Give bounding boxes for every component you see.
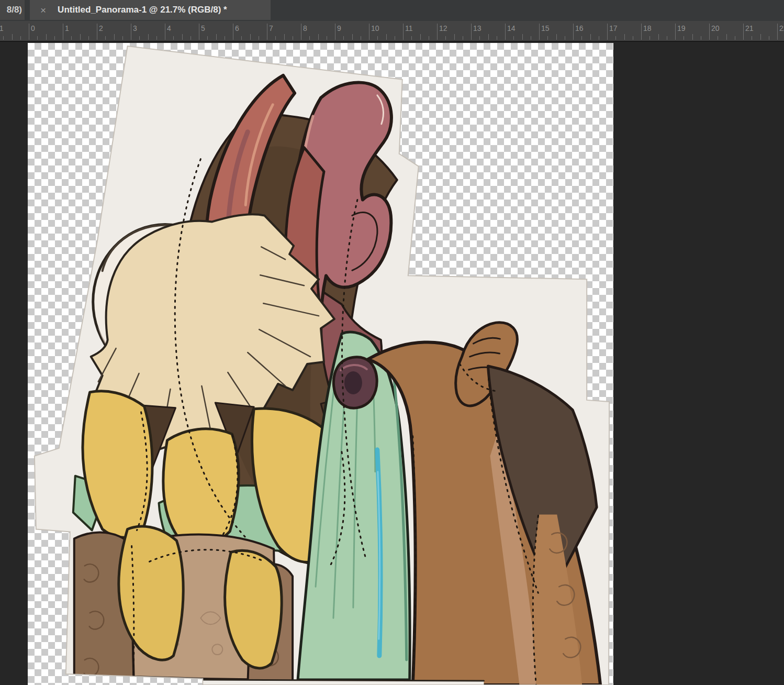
ruler-tick [173, 36, 174, 40]
ruler-tick [429, 36, 429, 40]
ruler-label: 16 [575, 24, 584, 32]
ruler-tick [225, 36, 225, 40]
ruler-tick [361, 36, 361, 40]
ruler-tick [148, 34, 149, 40]
ruler-label: -1 [0, 24, 3, 32]
ruler-tick [701, 36, 701, 40]
ruler-tick [735, 36, 735, 40]
ruler-label: 4 [167, 24, 171, 32]
ruler-tick [105, 36, 106, 40]
ruler-tick [139, 36, 140, 40]
ruler-tick [309, 36, 310, 40]
ruler-tick [156, 36, 157, 40]
ruler-tick [284, 34, 285, 40]
ruler-tick [63, 24, 63, 40]
ruler-label: 14 [507, 24, 516, 32]
ruler-tick [633, 36, 633, 40]
ruler-tick [505, 24, 506, 40]
ruler-tick [556, 34, 557, 40]
ruler-tick [649, 36, 650, 40]
panorama-artwork[interactable] [28, 43, 613, 685]
tab-title: Untitled_Panorama-1 @ 21.7% (RGB/8) * [58, 5, 227, 15]
ruler-tick [445, 36, 446, 40]
ruler-tick [207, 36, 208, 40]
ruler-tick [718, 36, 718, 40]
ruler-label: 3 [133, 24, 137, 32]
ruler-tick [667, 36, 667, 40]
ruler-tick [463, 36, 463, 40]
ruler-tick [479, 36, 480, 40]
ruler-tick [437, 24, 438, 40]
ruler-tick [182, 34, 183, 40]
ruler-tick [250, 34, 251, 40]
ruler-tick [590, 34, 591, 40]
ruler-tick [318, 34, 319, 40]
ruler-tick [615, 36, 616, 40]
ruler-label: 9 [337, 24, 341, 32]
horn-base-loop [333, 357, 377, 408]
ruler-tick [513, 36, 514, 40]
ruler-tick [259, 36, 259, 40]
ruler-tick [114, 34, 115, 40]
ruler-tick [531, 36, 531, 40]
ruler-tick [573, 24, 574, 40]
ruler-tick [122, 36, 123, 40]
ruler-tick [777, 24, 778, 40]
ruler-tick [301, 24, 301, 40]
ruler-tick [607, 24, 608, 40]
ruler-tick [233, 24, 233, 40]
ruler-tick [726, 34, 727, 40]
ruler-tick [454, 34, 455, 40]
ruler-tick [522, 34, 523, 40]
ruler-label: 8 [303, 24, 307, 32]
ruler-label: 6 [235, 24, 239, 32]
ruler-tick [488, 34, 489, 40]
ruler-tick [377, 36, 378, 40]
ruler-tick [191, 36, 191, 40]
ruler-tick [80, 34, 81, 40]
ruler-label: 10 [371, 24, 379, 32]
document-tab-partial[interactable]: 8/8) [0, 0, 25, 20]
ruler-tick [581, 36, 582, 40]
ruler-label: 18 [643, 24, 652, 32]
ruler-label: 22 [779, 24, 784, 32]
ruler-tick [752, 36, 752, 40]
ruler-tick [335, 24, 335, 40]
horizontal-ruler[interactable]: -1012345678910111213141516171819202122 [0, 21, 784, 42]
ruler-tick [343, 36, 344, 40]
ruler-label: 21 [745, 24, 754, 32]
ruler-tick [539, 24, 540, 40]
ruler-tick [641, 24, 642, 40]
ruler-tick [71, 36, 72, 40]
ruler-tick [547, 36, 548, 40]
app-window: 8/8) × Untitled_Panorama-1 @ 21.7% (RGB/… [0, 0, 784, 685]
ruler-label: 17 [609, 24, 618, 32]
document-canvas[interactable] [28, 43, 613, 685]
canvas-area[interactable] [0, 43, 784, 685]
ruler-tick [565, 36, 565, 40]
ruler-label: 13 [473, 24, 481, 32]
ruler-tick [327, 36, 327, 40]
ruler-tick [395, 36, 395, 40]
tab-close-icon[interactable]: × [40, 5, 46, 15]
ruler-label: 0 [31, 24, 35, 32]
ruler-label: 15 [541, 24, 550, 32]
ruler-tick [199, 24, 199, 40]
ruler-tick [275, 36, 276, 40]
ruler-tick [497, 36, 497, 40]
ruler-tick [267, 24, 267, 40]
ruler-tick [369, 24, 369, 40]
ruler-tick [420, 34, 421, 40]
ruler-tick [37, 36, 38, 40]
ruler-tick [624, 34, 625, 40]
ruler-tick [293, 36, 293, 40]
ruler-tick [29, 24, 29, 40]
ruler-label: 5 [201, 24, 205, 32]
ruler-tick [352, 34, 353, 40]
ruler-tick [88, 36, 89, 40]
ruler-label: 7 [269, 24, 273, 32]
tab-bar: 8/8) × Untitled_Panorama-1 @ 21.7% (RGB/… [0, 0, 784, 21]
ruler-tick [760, 34, 761, 40]
document-tab[interactable]: × Untitled_Panorama-1 @ 21.7% (RGB/8) * [30, 0, 271, 20]
ruler-tick [20, 36, 21, 40]
